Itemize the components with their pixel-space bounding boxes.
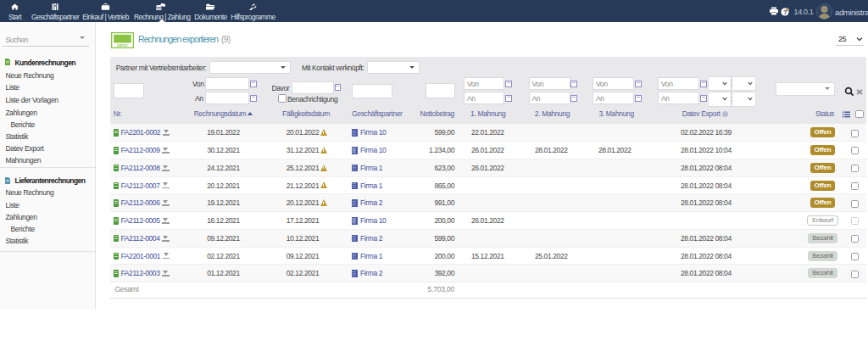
svg-text:DATEV: DATEV [117, 44, 128, 47]
